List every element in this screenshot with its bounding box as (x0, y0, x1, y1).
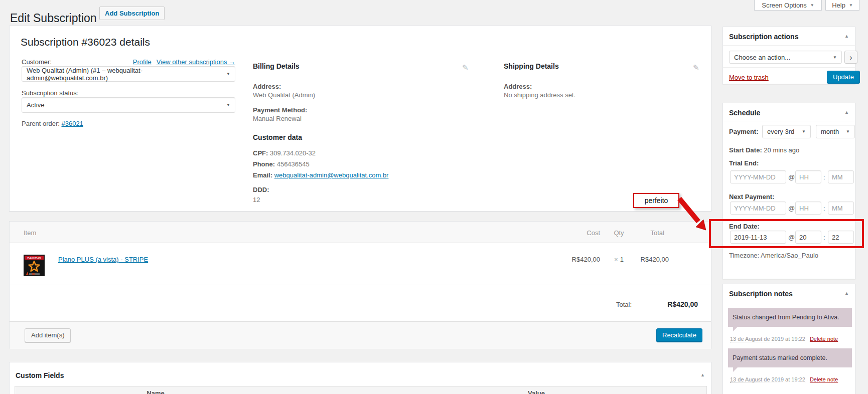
trial-end-date-input[interactable] (730, 170, 786, 183)
view-other-subscriptions-link[interactable]: View other subscriptions → (157, 58, 235, 66)
subscription-notes-panel: Subscription notes ▲ Status changed from… (722, 284, 855, 394)
screen-options-tab[interactable]: Screen Options ▼ (754, 0, 822, 11)
shipping-details-column: Shipping Details Address: No shipping ad… (504, 62, 704, 99)
trial-end-minute-input[interactable] (828, 170, 854, 183)
collapse-arrow-icon[interactable]: ▲ (844, 110, 849, 115)
note-date: 13 de August de 2019 at 19:22 (730, 336, 805, 342)
select-arrow-icon: ▼ (802, 129, 806, 134)
cpf-value: 309.734.020-32 (270, 149, 316, 157)
next-payment-hour-input[interactable] (795, 202, 821, 215)
collapse-arrow-icon[interactable]: ▲ (700, 372, 705, 377)
trial-end-hour-input[interactable] (795, 170, 821, 183)
product-name-link[interactable]: Plano PLUS (a vista) - STRIPE (58, 256, 148, 263)
billing-interval-select[interactable]: every 3rd ▼ (762, 125, 811, 138)
end-date-label: End Date: (729, 223, 760, 230)
shipping-address-label: Address: (504, 82, 704, 91)
red-arrow-annotation (672, 194, 715, 237)
shipping-details-title: Shipping Details (504, 62, 704, 71)
note-bubble: Status changed from Pending to Ativa. (728, 308, 852, 327)
forward-chevron-icon: › (849, 53, 852, 62)
next-payment-row: @ : (723, 202, 855, 215)
parent-order-link[interactable]: #36021 (62, 120, 83, 127)
help-tab[interactable]: Help ▼ (825, 0, 859, 11)
subscription-details-heading: Subscription #36023 details (21, 36, 150, 48)
customer-select-value: Web Qualitat (Admin) (#1 – webqualitat-a… (27, 67, 223, 82)
phone-label: Phone: (253, 160, 277, 168)
item-column-header: Item (24, 229, 36, 237)
collapse-arrow-icon[interactable]: ▲ (844, 34, 849, 39)
divider (723, 121, 855, 121)
next-payment-minute-input[interactable] (828, 202, 854, 215)
email-label: Email: (253, 171, 274, 179)
end-date-row: @ : (723, 231, 855, 244)
payment-method-value: Manual Renewal (253, 114, 454, 123)
phone-line: Phone: 456436545 (253, 160, 454, 168)
recalculate-button[interactable]: Recalculate (656, 328, 702, 342)
item-qty-value: ×1 (608, 256, 630, 263)
note-date: 13 de August de 2019 at 19:22 (730, 376, 805, 383)
end-minute-input[interactable] (828, 231, 854, 244)
next-payment-date-input[interactable] (730, 202, 786, 215)
delete-note-link[interactable]: Delete note (810, 336, 838, 342)
total-column-header: Total (627, 229, 664, 237)
phone-value: 456436545 (277, 160, 310, 168)
trial-end-label: Trial End: (729, 159, 759, 167)
parent-order-label: Parent order: (22, 120, 62, 127)
subscription-actions-title: Subscription actions (729, 33, 798, 41)
move-to-trash-link[interactable]: Move to trash (729, 74, 769, 81)
perfeito-callout-text: perfeito (645, 196, 668, 205)
help-label: Help (832, 2, 845, 9)
at-separator: @ (788, 234, 795, 241)
email-link[interactable]: webqualitat-admin@webqualitat.com.br (274, 171, 389, 179)
billing-interval-value: every 3rd (767, 128, 794, 135)
schedule-panel: Schedule ▲ Payment: every 3rd ▼ month ▼ … (722, 103, 855, 279)
add-items-button[interactable]: Add item(s) (25, 328, 71, 342)
start-date-label: Start Date: (729, 146, 764, 154)
edit-subscription-page: { "topbar": { "screen_options": "Screen … (0, 0, 868, 394)
timezone-note: Timezone: America/Sao_Paulo (729, 252, 818, 259)
end-hour-input[interactable] (795, 231, 821, 244)
customer-label-row: Customer: Profile View other subscriptio… (22, 58, 235, 66)
delete-note-link[interactable]: Delete note (810, 376, 838, 382)
divider (723, 67, 855, 68)
start-date-line: Start Date: 20 mins ago (729, 146, 799, 154)
customer-label: Customer: (22, 58, 52, 66)
select-arrow-icon: ▼ (226, 72, 230, 76)
cf-name-column-header: Name (125, 389, 186, 394)
customer-data-title: Customer data (253, 133, 454, 142)
divider (723, 45, 855, 46)
subscription-status-select[interactable]: Active ▼ (22, 97, 235, 113)
collapse-arrow-icon[interactable]: ▲ (844, 291, 849, 296)
qty-number: 1 (620, 256, 624, 263)
shipping-address-value: No shipping address set. (504, 91, 704, 99)
apply-action-button[interactable]: › (844, 51, 857, 64)
chevron-down-icon: ▼ (810, 3, 814, 8)
custom-fields-title: Custom Fields (16, 371, 64, 379)
billing-period-select[interactable]: month ▼ (816, 125, 855, 138)
edit-billing-pencil-icon[interactable]: ✎ (462, 63, 469, 72)
customer-select[interactable]: Web Qualitat (Admin) (#1 – webqualitat-a… (22, 66, 235, 82)
choose-action-select[interactable]: Choose an action... ▼ (729, 51, 842, 64)
subscription-notes-title: Subscription notes (729, 290, 793, 298)
at-separator: @ (788, 205, 795, 212)
billing-address-label: Address: (253, 82, 454, 91)
colon-separator: : (823, 205, 825, 212)
subscription-status-label: Subscription status: (22, 89, 78, 97)
note-meta: 13 de August de 2019 at 19:22 Delete not… (730, 336, 838, 342)
profile-link[interactable]: Profile (133, 58, 152, 66)
billing-period-value: month (821, 128, 839, 135)
note-bubble-tail (733, 367, 738, 372)
thumb-banner-text: PLANO PLUS (28, 257, 41, 259)
update-button[interactable]: Update (827, 71, 860, 84)
item-cost-value: R$420,00 (554, 256, 600, 263)
divider (723, 302, 855, 302)
chevron-down-icon: ▼ (849, 3, 853, 8)
item-total-value: R$420,00 (632, 256, 669, 263)
subscription-actions-panel: Subscription actions ▲ Choose an action.… (722, 27, 855, 84)
at-separator: @ (788, 173, 795, 181)
ddd-label: DDD: (253, 185, 454, 194)
add-subscription-button[interactable]: Add Subscription (99, 7, 165, 20)
payment-label: Payment: (729, 128, 759, 135)
end-date-input[interactable] (730, 231, 786, 244)
select-arrow-icon: ▼ (226, 103, 230, 107)
